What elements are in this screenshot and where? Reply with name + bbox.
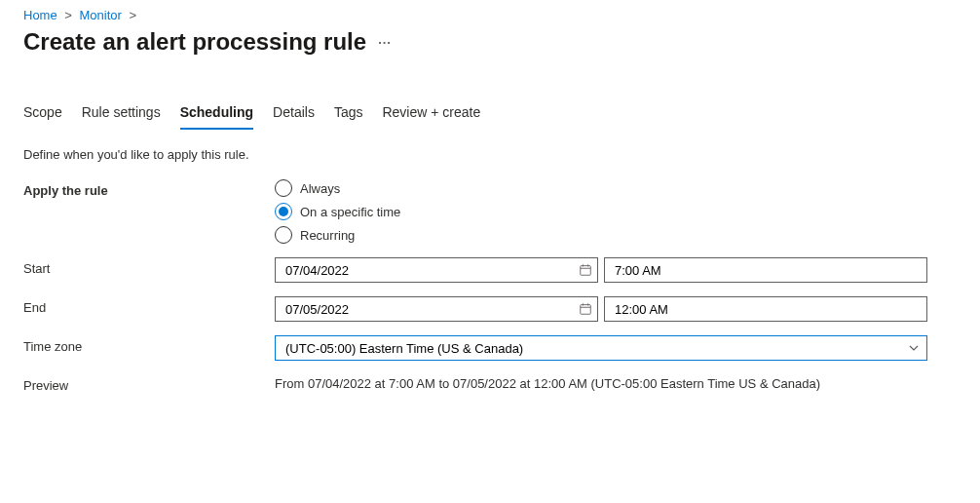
breadcrumb-monitor[interactable]: Monitor (80, 8, 122, 22)
end-time-input[interactable] (604, 296, 927, 322)
preview-text: From 07/04/2022 at 7:00 AM to 07/05/2022… (275, 374, 927, 391)
radio-icon (275, 203, 292, 220)
start-date-input[interactable] (275, 257, 598, 283)
tabs: Scope Rule settings Scheduling Details T… (23, 98, 957, 130)
end-date-input[interactable] (275, 296, 598, 322)
radio-specific-time[interactable]: On a specific time (275, 203, 927, 220)
tab-scheduling[interactable]: Scheduling (180, 98, 253, 130)
tab-details[interactable]: Details (273, 98, 315, 130)
label-preview: Preview (23, 374, 275, 393)
tab-rule-settings[interactable]: Rule settings (82, 98, 161, 130)
tab-tags[interactable]: Tags (334, 98, 363, 130)
label-start: Start (23, 257, 275, 276)
label-timezone: Time zone (23, 335, 275, 354)
start-time-input[interactable] (604, 257, 927, 283)
tab-scope[interactable]: Scope (23, 98, 62, 130)
more-actions-icon[interactable]: ··· (378, 35, 392, 50)
breadcrumb-home[interactable]: Home (23, 8, 57, 22)
tab-review-create[interactable]: Review + create (382, 98, 480, 130)
apply-rule-radio-group: Always On a specific time Recurring (275, 179, 927, 244)
radio-specific-label: On a specific time (300, 205, 400, 219)
timezone-select[interactable] (275, 335, 927, 361)
radio-recurring[interactable]: Recurring (275, 226, 927, 244)
intro-text: Define when you'd like to apply this rul… (23, 147, 957, 162)
radio-always[interactable]: Always (275, 179, 927, 197)
radio-icon (275, 179, 292, 197)
label-end: End (23, 296, 275, 315)
radio-always-label: Always (300, 181, 340, 196)
label-apply-rule: Apply the rule (23, 179, 275, 198)
radio-icon (275, 226, 292, 244)
page-title: Create an alert processing rule (23, 28, 366, 56)
breadcrumb-sep: > (130, 8, 137, 22)
radio-recurring-label: Recurring (300, 228, 355, 243)
breadcrumb-sep: > (64, 8, 72, 22)
breadcrumb: Home > Monitor > (23, 8, 957, 22)
